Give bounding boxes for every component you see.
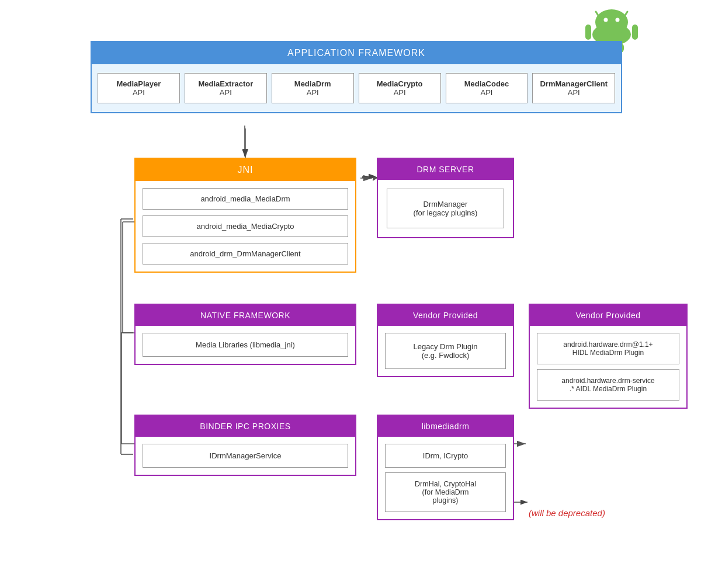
vendor-1-header: Vendor Provided: [378, 305, 513, 326]
binder-ipc-box: BINDER IPC PROXIES IDrmManagerService: [134, 415, 356, 476]
app-framework-box: APPLICATION FRAMEWORK MediaPlayerAPI Med…: [91, 41, 622, 113]
page-container: APPLICATION FRAMEWORK MediaPlayerAPI Med…: [0, 0, 708, 588]
vendor-provided-box-2: Vendor Provided android.hardware.drm@1.1…: [529, 304, 688, 409]
svg-point-4: [604, 18, 608, 22]
libmediadrm-body: IDrm, ICrypto DrmHal, CryptoHal(for Medi…: [378, 437, 513, 519]
jni-header: JNI: [136, 159, 355, 181]
jni-box: JNI android_media_MediaDrm android_media…: [134, 158, 356, 273]
vendor-2-item-2: android.hardware.drm-service.* AIDL Medi…: [537, 369, 679, 401]
vendor-2-item-1: android.hardware.drm@1.1+HIDL MediaDrm P…: [537, 333, 679, 364]
drm-server-box: DRM SERVER DrmManager(for legacy plugins…: [377, 158, 514, 238]
svg-point-5: [616, 18, 620, 22]
vendor-2-header: Vendor Provided: [530, 305, 686, 326]
jni-item-3: android_drm_DrmManagerClient: [143, 243, 348, 265]
svg-rect-7: [632, 25, 638, 40]
jni-body: android_media_MediaDrm android_media_Med…: [136, 181, 355, 272]
native-framework-header: NATIVE FRAMEWORK: [136, 305, 355, 326]
api-box-mediacrypto: MediaCryptoAPI: [359, 73, 441, 103]
drm-manager-item: DrmManager(for legacy plugins): [387, 189, 504, 228]
api-box-mediaextractor: MediaExtractorAPI: [185, 73, 267, 103]
jni-item-2: android_media_MediaCrypto: [143, 215, 348, 237]
vendor-1-body: Legacy Drm Plugin(e.g. Fwdlock): [378, 326, 513, 376]
binder-body: IDrmManagerService: [136, 437, 355, 475]
libmediadrm-box: libmediadrm IDrm, ICrypto DrmHal, Crypto…: [377, 415, 514, 520]
libmediadrm-item-2: DrmHal, CryptoHal(for MediaDrmplugins): [385, 472, 506, 512]
api-box-drmmanagerclient: DrmManagerClientAPI: [532, 73, 615, 103]
libmediadrm-header: libmediadrm: [378, 416, 513, 437]
vendor-2-body: android.hardware.drm@1.1+HIDL MediaDrm P…: [530, 326, 686, 408]
vendor-1-item: Legacy Drm Plugin(e.g. Fwdlock): [385, 333, 506, 369]
libmediadrm-item-1: IDrm, ICrypto: [385, 444, 506, 468]
native-framework-box: NATIVE FRAMEWORK Media Libraries (libmed…: [134, 304, 356, 365]
svg-rect-6: [585, 25, 591, 40]
native-framework-item: Media Libraries (libmedia_jni): [143, 333, 348, 357]
app-framework-header: APPLICATION FRAMEWORK: [92, 42, 621, 64]
deprecated-text: (will be deprecated): [529, 508, 605, 518]
binder-header: BINDER IPC PROXIES: [136, 416, 355, 437]
binder-item: IDrmManagerService: [143, 444, 348, 468]
api-box-mediadrm: MediaDrmAPI: [272, 73, 354, 103]
drm-server-arrow: [362, 177, 377, 178]
drm-server-header: DRM SERVER: [378, 159, 513, 180]
api-box-mediaplayer: MediaPlayerAPI: [98, 73, 180, 103]
jni-item-1: android_media_MediaDrm: [143, 188, 348, 210]
drm-server-body: DrmManager(for legacy plugins): [378, 180, 513, 237]
app-framework-body: MediaPlayerAPI MediaExtractorAPI MediaDr…: [92, 64, 621, 112]
api-box-mediacodec: MediaCodecAPI: [446, 73, 528, 103]
native-framework-body: Media Libraries (libmedia_jni): [136, 326, 355, 364]
vendor-provided-box-1: Vendor Provided Legacy Drm Plugin(e.g. F…: [377, 304, 514, 377]
svg-point-3: [595, 9, 628, 35]
